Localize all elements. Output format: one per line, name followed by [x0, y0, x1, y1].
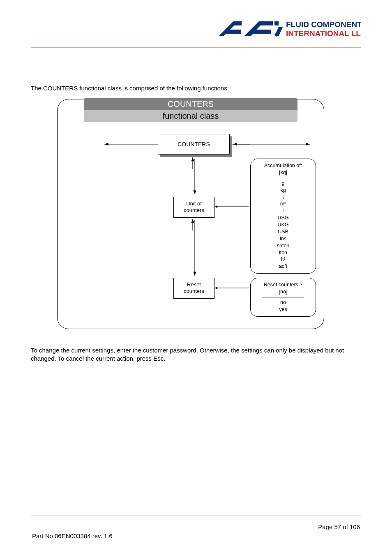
header-divider — [31, 47, 361, 48]
page: R FLUID COMPONENTS INTERNATIONAL LLC The… — [0, 0, 392, 555]
diagram: COUNTERS functional class COUNTERS Unit … — [57, 99, 324, 329]
fci-logo: R FLUID COMPONENTS INTERNATIONAL LLC — [215, 16, 361, 41]
svg-rect-2 — [274, 21, 279, 25]
intro-text: The COUNTERS functional class is compris… — [31, 85, 361, 92]
svg-text:INTERNATIONAL LLC: INTERNATIONAL LLC — [286, 29, 361, 38]
reset-counters-node: Reset counters — [173, 278, 214, 299]
footer-divider — [31, 516, 361, 516]
svg-text:R: R — [276, 34, 278, 36]
header-logo: R FLUID COMPONENTS INTERNATIONAL LLC — [31, 16, 361, 42]
diagram-title-bottom: functional class — [84, 110, 297, 122]
diagram-title-top: COUNTERS — [84, 98, 297, 110]
unit-of-counters-node: Unit of counters — [173, 197, 214, 218]
svg-marker-1 — [244, 21, 273, 36]
counters-node: COUNTERS — [158, 134, 230, 154]
reset-options: Reset counters ? [no] no yes — [250, 278, 316, 317]
accumulation-options: Accumulation of: [kg] g kg t m³ l USG UK… — [250, 159, 316, 274]
counters-node-label: COUNTERS — [158, 134, 230, 154]
page-number: Page 57 of 106 — [318, 523, 360, 530]
svg-marker-3 — [274, 27, 283, 36]
part-number: Part No 06EN003384 rev. 1.6 — [32, 532, 113, 539]
svg-text:FLUID COMPONENTS: FLUID COMPONENTS — [286, 20, 361, 29]
diagram-title: COUNTERS functional class — [84, 98, 297, 122]
body-paragraph: To change the current settings, enter th… — [31, 346, 361, 363]
svg-marker-0 — [219, 21, 242, 36]
